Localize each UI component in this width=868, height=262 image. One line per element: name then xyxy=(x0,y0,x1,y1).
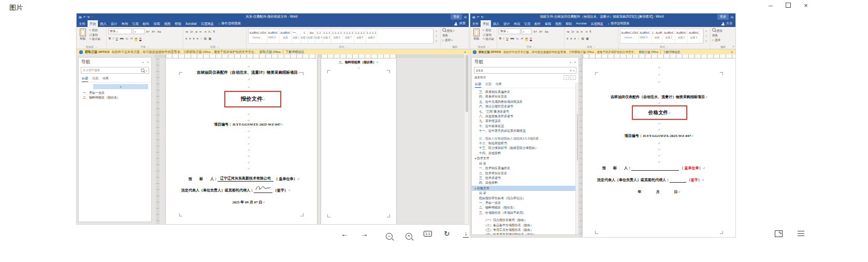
borders-button[interactable] xyxy=(208,37,212,40)
chevron-down-icon[interactable] xyxy=(146,69,147,72)
shrink-font-button[interactable]: A˅ xyxy=(151,30,156,33)
numbering-button[interactable] xyxy=(571,30,574,33)
nav-outline-item[interactable]: 十二、制造商授权书 xyxy=(472,141,578,146)
ribbon-tab[interactable]: 百度网盘 xyxy=(199,20,216,27)
signin-button[interactable]: 登录 xyxy=(451,14,462,20)
font-color-button[interactable] xyxy=(529,37,532,40)
replace-button[interactable]: 替换 xyxy=(442,33,467,38)
grow-font-button[interactable]: A˄ xyxy=(533,30,538,33)
quick-access-dropdown-icon[interactable] xyxy=(92,15,93,19)
align-center-button[interactable] xyxy=(189,37,191,40)
nav-outline-item[interactable]: 十一、近年发生的诉讼及仲裁情况 xyxy=(472,129,578,133)
style-cell[interactable]: AaBbC标题 1 xyxy=(663,29,675,43)
multilevel-list-button[interactable] xyxy=(194,30,198,33)
previous-image-button[interactable]: ← xyxy=(341,229,349,239)
show-marks-button[interactable] xyxy=(589,30,591,33)
previous-result-button[interactable]: ▴ xyxy=(563,75,569,80)
line-spacing-button[interactable] xyxy=(577,37,580,40)
quick-access-dropdown-icon[interactable] xyxy=(485,15,486,19)
align-right-button[interactable] xyxy=(573,37,576,40)
align-center-button[interactable] xyxy=(570,37,572,40)
justify-button[interactable] xyxy=(196,37,199,40)
font-name-box[interactable]: 宋体 xyxy=(108,29,132,34)
style-cell[interactable]: AaBbC标题 3 xyxy=(688,29,700,43)
nav-outline-item[interactable]: 六、依法合规经营承诺书 xyxy=(472,104,578,109)
ribbon-tab[interactable]: 百度网盘 xyxy=(589,20,605,27)
bullets-button[interactable] xyxy=(566,30,570,33)
rotate-button[interactable]: ↻ xyxy=(444,229,450,238)
nav-outline-item[interactable]: （一）综合报价表格式（如有） xyxy=(472,218,578,223)
ribbon-tab[interactable]: 引用 xyxy=(130,20,141,27)
ribbon-tab[interactable]: 插入 xyxy=(491,20,501,27)
align-left-button[interactable] xyxy=(566,37,569,40)
nav-tab[interactable]: 页面 xyxy=(485,82,491,88)
nav-outline-item[interactable]: 十、近年财务状况 xyxy=(472,124,578,129)
dialog-launcher-icon[interactable] xyxy=(487,46,489,48)
ribbon-tab[interactable]: 布局 xyxy=(119,20,130,27)
ribbon-tab[interactable]: 开始 xyxy=(88,20,98,27)
align-left-button[interactable] xyxy=(185,37,187,40)
dialog-launcher-icon[interactable] xyxy=(532,46,534,48)
paste-button[interactable]: 粘贴 xyxy=(472,28,481,40)
ribbon-display-options-icon[interactable] xyxy=(464,15,467,19)
nav-tab[interactable]: 结果 xyxy=(103,76,109,82)
ribbon-tab[interactable]: 邮件 xyxy=(532,20,543,27)
vertical-ruler[interactable] xyxy=(580,59,582,237)
nav-outline-item[interactable]: 二、物料明细表（报价表） xyxy=(83,95,151,100)
nav-outline-item[interactable]: 技术文件 xyxy=(472,156,578,161)
borders-button[interactable] xyxy=(586,37,589,40)
tell-me-box[interactable]: 操作说明搜索 xyxy=(216,20,243,27)
actual-size-button[interactable]: 1:1 xyxy=(424,231,432,237)
line-spacing-button[interactable] xyxy=(200,37,202,40)
italic-button[interactable] xyxy=(503,37,505,40)
document-page-1[interactable]: ↵ 吉林油田仪表配件（自动注水、流量计）物资采购招标项目↵ ↵ ↵ 报价文件↵ … xyxy=(166,59,317,224)
dialog-launcher-icon[interactable] xyxy=(593,46,595,48)
nav-outline-item[interactable]: 目 录 xyxy=(472,191,578,196)
nav-outline-item[interactable]: 四、其他资料 xyxy=(472,181,578,185)
style-cell[interactable]: 1.1.1.1标题 6 xyxy=(331,29,343,43)
style-cell[interactable]: 1.1.1.1标题 7 xyxy=(343,29,354,43)
file-list-button[interactable] xyxy=(798,231,804,237)
nav-outline-item[interactable]: 八、其他资格条件承诺书 xyxy=(472,114,578,119)
superscript-button[interactable] xyxy=(130,37,134,40)
nav-tab[interactable]: 页面 xyxy=(92,76,98,82)
numbering-button[interactable] xyxy=(190,30,193,33)
highlight-color-button[interactable] xyxy=(134,37,138,40)
ribbon-tab[interactable]: Acrobat xyxy=(574,20,589,27)
ribbon-tab[interactable]: 开始 xyxy=(481,20,491,27)
nav-outline-item[interactable]: 目 录 xyxy=(472,161,578,166)
nav-outline-item[interactable]: 三、分项报价表（本项目不采用） xyxy=(472,211,578,215)
font-size-box[interactable] xyxy=(522,29,532,34)
ribbon-tab[interactable]: 视图 xyxy=(162,20,173,27)
dialog-launcher-icon[interactable] xyxy=(666,46,668,48)
close-button[interactable]: × xyxy=(801,1,811,10)
share-button[interactable]: 共享 xyxy=(718,20,735,27)
style-cell[interactable]: 1.1标题 4 xyxy=(315,29,323,43)
highlight-color-button[interactable] xyxy=(525,37,528,40)
italic-button[interactable] xyxy=(112,37,114,40)
sort-button[interactable] xyxy=(208,30,211,33)
nav-search-box[interactable]: 3.5.5 × xyxy=(474,67,576,74)
horizontal-ruler[interactable] xyxy=(154,54,465,58)
styles-gallery-scroll[interactable]: ▴▾⊽ xyxy=(433,28,439,44)
bullets-button[interactable] xyxy=(185,30,189,33)
nav-outline-item[interactable]: 三、技术承诺书 xyxy=(472,176,578,181)
style-cell[interactable]: 1.1.1.1标题 8 xyxy=(354,29,366,43)
grow-font-button[interactable]: A˄ xyxy=(146,30,150,33)
undo-icon[interactable] xyxy=(477,15,480,19)
learn-more-link[interactable]: 了解详细信息 xyxy=(660,50,680,54)
ribbon-tab[interactable]: 设计 xyxy=(109,20,120,27)
align-right-button[interactable] xyxy=(192,37,195,40)
dialog-launcher-icon[interactable] xyxy=(345,46,348,48)
ribbon-tab[interactable]: 布局 xyxy=(512,20,522,27)
nav-scrollbar[interactable] xyxy=(575,82,578,235)
ribbon-tab[interactable]: 帮助 xyxy=(563,20,574,27)
nav-collapse-icon[interactable] xyxy=(142,61,143,64)
nav-tab[interactable]: 标题 xyxy=(475,82,481,88)
dialog-launcher-icon[interactable] xyxy=(147,46,149,48)
shrink-font-button[interactable]: A˅ xyxy=(539,30,543,33)
ribbon-tab[interactable]: 插入 xyxy=(98,20,109,27)
subscript-button[interactable] xyxy=(125,37,129,40)
style-cell[interactable]: 一、标题 1 xyxy=(292,29,301,43)
nav-outline-item[interactable]: 五、近年完成的类似项目情况表 xyxy=(472,100,578,104)
